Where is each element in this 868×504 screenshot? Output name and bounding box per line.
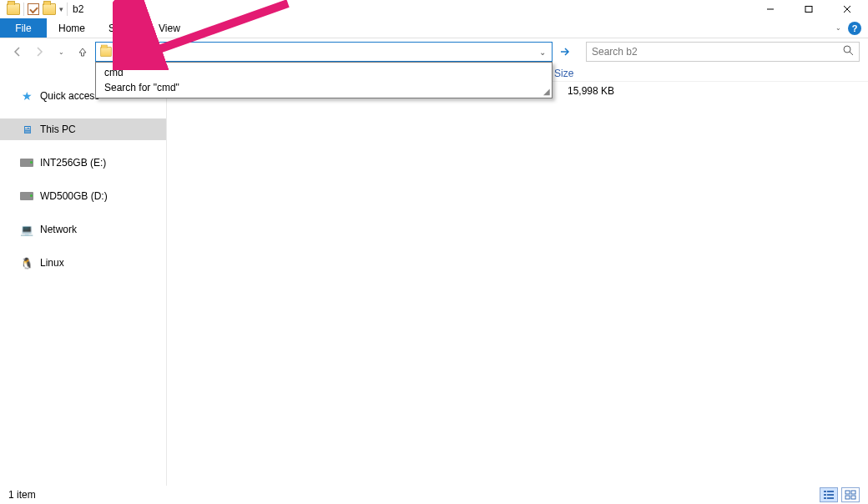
file-tab[interactable]: File: [0, 18, 47, 38]
maximize-button[interactable]: [790, 0, 828, 18]
autocomplete-option[interactable]: cmd: [96, 65, 552, 80]
svg-rect-11: [827, 497, 834, 499]
minimize-button[interactable]: [751, 0, 790, 18]
pc-icon: 🖥: [20, 123, 33, 136]
svg-rect-7: [827, 491, 834, 492]
hdd-icon: [20, 156, 33, 169]
path-folder-icon: [100, 47, 112, 57]
recent-locations-button[interactable]: ⌄: [52, 43, 70, 61]
sidebar-item-drive-d[interactable]: WD500GB (D:): [0, 185, 166, 207]
address-autocomplete: cmd Search for "cmd" ◢: [95, 62, 553, 98]
svg-rect-9: [827, 494, 834, 496]
sidebar-label: Quick access: [40, 90, 99, 102]
svg-rect-8: [824, 494, 826, 496]
svg-rect-10: [824, 497, 826, 499]
autocomplete-option[interactable]: Search for "cmd": [96, 80, 552, 95]
sidebar-label: Network: [40, 224, 77, 235]
star-icon: ★: [20, 89, 33, 103]
sidebar-item-linux[interactable]: 🐧 Linux: [0, 252, 166, 274]
sidebar-label: INT256GB (E:): [40, 157, 106, 169]
svg-rect-12: [845, 491, 850, 494]
svg-rect-13: [851, 491, 855, 494]
svg-rect-6: [824, 491, 826, 492]
search-icon[interactable]: [843, 45, 854, 58]
window-title: b2: [73, 3, 83, 15]
ribbon-expand-icon[interactable]: ⌄: [835, 24, 841, 32]
share-tab[interactable]: Share: [97, 18, 147, 38]
item-count: 1 item: [8, 489, 36, 501]
file-list: Name Date modified Type Size pplication …: [167, 65, 868, 486]
go-button[interactable]: [556, 42, 574, 62]
network-icon: 💻: [20, 223, 33, 236]
svg-rect-14: [845, 496, 850, 499]
folder-icon: [7, 3, 20, 15]
status-bar: 1 item: [0, 486, 868, 504]
back-button[interactable]: [8, 43, 27, 61]
address-dropdown-icon[interactable]: ⌄: [535, 43, 550, 61]
separator: [23, 3, 24, 16]
navigation-pane: ★ Quick access 🖥 This PC INT256GB (E:) W…: [0, 65, 167, 486]
sidebar-item-this-pc[interactable]: 🖥 This PC: [0, 118, 166, 140]
cell-size: 15,998 KB: [551, 85, 651, 97]
properties-icon[interactable]: [28, 3, 39, 15]
search-input[interactable]: [592, 46, 843, 58]
ribbon-tabs: File Home Share View ⌄ ?: [0, 18, 868, 38]
view-tab[interactable]: View: [147, 18, 192, 38]
separator: [67, 3, 68, 16]
hdd-icon: [20, 189, 33, 203]
navigation-row: ⌄ ⌄ cmd Search for "cmd" ◢: [0, 38, 868, 65]
home-tab[interactable]: Home: [47, 18, 97, 38]
details-view-button[interactable]: [820, 487, 838, 502]
new-folder-icon[interactable]: [43, 3, 56, 15]
search-box[interactable]: [586, 42, 860, 62]
titlebar: ▾ b2: [0, 0, 868, 18]
body: ★ Quick access 🖥 This PC INT256GB (E:) W…: [0, 65, 868, 486]
svg-rect-1: [805, 7, 812, 13]
svg-rect-15: [851, 496, 855, 499]
large-icons-view-button[interactable]: [841, 487, 860, 502]
svg-point-4: [844, 46, 850, 53]
sidebar-item-drive-e[interactable]: INT256GB (E:): [0, 152, 166, 174]
quick-access-toolbar: ▾: [7, 3, 68, 16]
sidebar-label: Linux: [40, 257, 64, 269]
resize-grip-icon[interactable]: ◢: [543, 87, 550, 96]
up-button[interactable]: [73, 43, 92, 61]
address-input[interactable]: [113, 43, 535, 61]
col-size[interactable]: Size: [551, 68, 651, 79]
forward-button[interactable]: [30, 43, 48, 61]
address-bar[interactable]: ⌄ cmd Search for "cmd" ◢: [95, 42, 553, 62]
svg-line-5: [850, 52, 853, 55]
sidebar-item-network[interactable]: 💻 Network: [0, 219, 166, 240]
help-icon[interactable]: ?: [848, 22, 861, 35]
linux-icon: 🐧: [20, 256, 33, 270]
sidebar-label: WD500GB (D:): [40, 190, 108, 202]
qat-dropdown-icon[interactable]: ▾: [59, 5, 63, 13]
sidebar-label: This PC: [40, 123, 76, 135]
close-button[interactable]: [828, 0, 866, 18]
